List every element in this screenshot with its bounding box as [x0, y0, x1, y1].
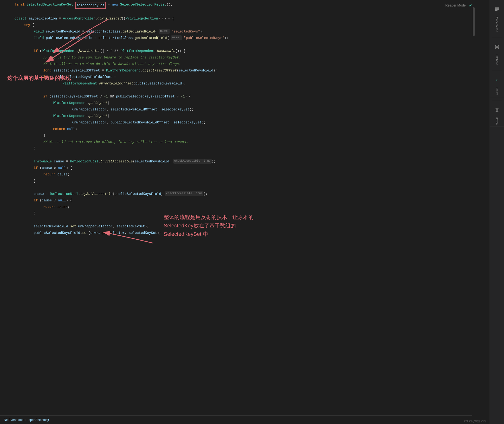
svg-rect-2: [495, 9, 499, 10]
kw-blue: new: [112, 2, 120, 7]
scroll-track: [472, 0, 475, 424]
code-line: PlatformDependent . putObject (: [14, 100, 485, 107]
svg-point-5: [496, 109, 498, 111]
annotation-text-1: 这个底层的基于数组的实现: [7, 75, 71, 82]
code-line: [14, 42, 485, 48]
kw: final: [14, 2, 26, 7]
svg-point-4: [495, 45, 499, 46]
code-line: if ( cause ≠ null ) {: [14, 165, 485, 172]
code-line: Field publicSelectedKeysField = selector…: [14, 35, 485, 42]
right-sidebar: Reader Mode Database › Codota Maven: [490, 0, 504, 424]
breadcrumb: NioEventLoop › openSelector(): [0, 415, 475, 424]
sidebar-divider-3: [492, 100, 502, 100]
type: SelectedSelectionKeySet: [120, 2, 167, 7]
highlight-var: selectedKeySet: [75, 2, 106, 9]
code-line: }: [14, 133, 485, 139]
svg-rect-1: [495, 8, 499, 9]
sidebar-reader-section: Reader Mode: [490, 2, 504, 34]
sidebar-divider-2: [492, 70, 502, 70]
reader-mode-label: Reader Mode: [496, 16, 498, 32]
code-line: Throwable cause = ReflectionUtil . trySe…: [14, 159, 485, 165]
reader-mode-icon[interactable]: [492, 4, 502, 14]
code-line: if ( PlatformDependent . javaVersion () …: [14, 48, 485, 55]
code-line: if ( cause ≠ null ) {: [14, 198, 485, 204]
code-line: final SelectedSelectionKeySet selectedKe…: [14, 2, 485, 9]
code-line: return cause ;: [14, 204, 485, 211]
code-line: unwrappedSelector , publicSelectedKeysFi…: [14, 120, 485, 126]
code-line: PlatformDependent . objectFieldOffset ( …: [14, 81, 485, 87]
code-line: Object maybeException = AccessController…: [14, 16, 485, 22]
code-line: // We could not retrieve the offset, let…: [14, 139, 485, 146]
sidebar-maven-section: Maven: [490, 103, 504, 127]
code-line: long selectedKeysFieldOffset = PlatformD…: [14, 68, 485, 74]
maven-label: Maven: [496, 117, 498, 125]
code-line: Field selectedKeysField = selectorImplCl…: [14, 29, 485, 35]
code-container: Reader Mode ✓ final SelectedSelectionKey…: [0, 0, 490, 424]
breadcrumb-item-2[interactable]: openSelector(): [28, 418, 49, 422]
code-line: try {: [14, 22, 485, 29]
code-line: return cause ;: [14, 172, 485, 178]
code-line: PlatformDependent . putObject (: [14, 113, 485, 120]
svg-rect-3: [495, 10, 498, 11]
code-line: if ( selectedKeysFieldOffset ≠ -1 && pub…: [14, 94, 485, 100]
code-line: // This allows us to also do this in Jav…: [14, 61, 485, 68]
code-line: [14, 185, 485, 191]
code-line: [14, 87, 485, 94]
code-line: [14, 9, 485, 16]
breadcrumb-item-1[interactable]: NioEventLoop: [4, 418, 24, 422]
database-icon[interactable]: [492, 42, 502, 52]
code-line: long publicSelectedKeysFieldOffset =: [14, 74, 485, 81]
code-line: }: [14, 178, 485, 185]
code-area: final SelectedSelectionKeySet selectedKe…: [0, 0, 490, 239]
sidebar-divider: [492, 37, 502, 37]
code-line: [14, 152, 485, 159]
code-line: // Let us try to use sun.misc.Unsafe to …: [14, 55, 485, 61]
code-line: }: [14, 146, 485, 152]
codota-label: Codota: [496, 87, 498, 95]
annotation-text-2: 整体的流程是用反射的技术，让原本的 SelectedKey放在了基于数组的 Se…: [164, 213, 254, 238]
maven-icon[interactable]: [492, 105, 502, 115]
sidebar-codota-section: › Codota: [490, 73, 504, 97]
footer-csdn: CSDN @键盘彩唱♩: [464, 419, 488, 423]
database-label: Database: [496, 54, 498, 65]
code-line: cause = ReflectionUtil . trySetAccessibl…: [14, 191, 485, 198]
breadcrumb-separator: ›: [26, 418, 26, 422]
codota-icon[interactable]: ›: [492, 75, 502, 85]
code-line: return null ;: [14, 126, 485, 133]
code-line: unwrappedSelector , selectedKeysFieldOff…: [14, 107, 485, 113]
type: SelectedSelectionKeySet: [26, 2, 75, 7]
sidebar-database-section: Database: [490, 40, 504, 67]
scroll-thumb[interactable]: [473, 7, 475, 36]
svg-rect-0: [495, 7, 499, 8]
